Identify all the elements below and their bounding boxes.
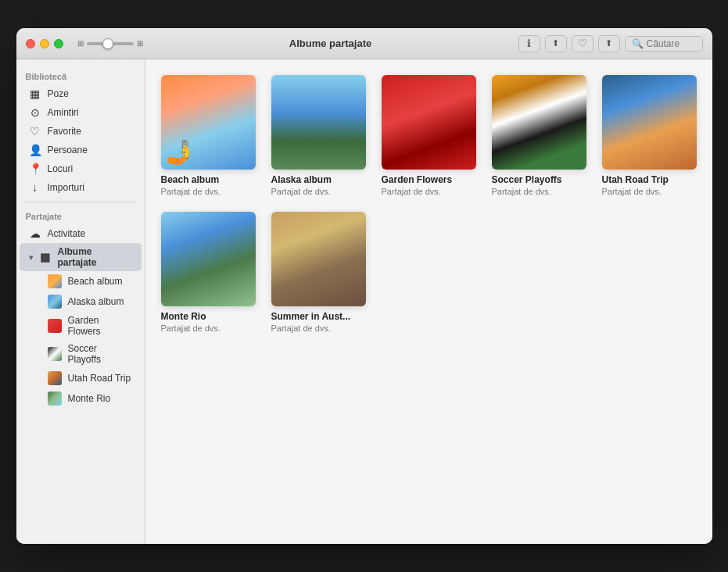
- sidebar-album-garden[interactable]: Garden Flowers: [20, 312, 142, 340]
- titlebar-actions: ℹ ⬆ ♡ ⬆ 🔍: [518, 35, 703, 52]
- main-content: Bibliotecă ▦ Poze ⊙ Amintiri ♡ Favorite …: [16, 59, 712, 544]
- sidebar-item-places[interactable]: 📍 Locuri: [20, 159, 142, 178]
- upload-button[interactable]: ⬆: [598, 35, 620, 52]
- sidebar-label-shared-albums: Albume partajate: [58, 246, 132, 268]
- monte-thumb: [48, 391, 62, 406]
- sidebar-label-utah: Utah Road Trip: [68, 373, 131, 384]
- slider-track[interactable]: [87, 42, 134, 45]
- expand-arrow-icon: ▾: [29, 253, 33, 262]
- sidebar: Bibliotecă ▦ Poze ⊙ Amintiri ♡ Favorite …: [16, 59, 145, 544]
- albums-grid-area: Beach album Partajat de dvs. Alaska albu…: [145, 59, 712, 544]
- garden-thumb: [48, 319, 62, 333]
- summer-album-sub: Partajat de dvs.: [271, 324, 331, 333]
- garden-album-name: Garden Flowers: [382, 174, 453, 185]
- garden-album-thumb: [382, 75, 476, 170]
- summer-album-thumb: [271, 212, 366, 306]
- sidebar-label-alaska: Alaska album: [68, 296, 124, 307]
- sidebar-item-activity[interactable]: ☁ Activitate: [20, 224, 142, 243]
- soccer-album-name: Soccer Playoffs: [492, 174, 562, 185]
- album-soccer[interactable]: Soccer Playoffs Partajat de dvs.: [492, 75, 586, 196]
- grid-large-icon: ⊞: [137, 39, 143, 48]
- sidebar-label-garden: Garden Flowers: [68, 315, 132, 337]
- summer-photo: [271, 212, 366, 306]
- main-window: ⊞ ⊞ Albume partajate ℹ ⬆ ♡ ⬆ 🔍: [16, 28, 712, 544]
- library-section-label: Bibliotecă: [16, 67, 145, 84]
- favorites-icon: ♡: [29, 125, 41, 138]
- share-icon: ⬆: [552, 38, 559, 48]
- titlebar: ⊞ ⊞ Albume partajate ℹ ⬆ ♡ ⬆ 🔍: [16, 28, 712, 59]
- garden-photo: [382, 75, 476, 170]
- search-input[interactable]: [647, 38, 701, 49]
- beach-thumb: [48, 274, 62, 288]
- sidebar-label-monte: Monte Rio: [68, 393, 111, 404]
- sidebar-item-photos[interactable]: ▦ Poze: [20, 84, 142, 103]
- summer-album-name: Summer in Aust...: [271, 311, 351, 322]
- sidebar-label-people: Persoane: [48, 145, 88, 156]
- sidebar-item-memories[interactable]: ⊙ Amintiri: [20, 103, 142, 122]
- album-monte[interactable]: Monte Rio Partajat de dvs.: [161, 212, 256, 333]
- sidebar-label-activity: Activitate: [48, 228, 86, 239]
- imports-icon: ↓: [29, 181, 41, 194]
- places-icon: 📍: [29, 163, 41, 175]
- photos-icon: ▦: [29, 88, 41, 100]
- sidebar-item-imports[interactable]: ↓ Importuri: [20, 178, 142, 197]
- sidebar-album-utah[interactable]: Utah Road Trip: [20, 368, 142, 388]
- sidebar-item-people[interactable]: 👤 Persoane: [20, 141, 142, 159]
- alaska-album-sub: Partajat de dvs.: [271, 187, 331, 196]
- monte-photo: [161, 212, 256, 306]
- window-title: Albume partajate: [143, 38, 518, 49]
- soccer-album-thumb: [492, 75, 586, 170]
- slider-thumb[interactable]: [102, 38, 113, 49]
- beach-album-name: Beach album: [161, 174, 220, 185]
- sidebar-label-soccer: Soccer Playoffs: [68, 343, 132, 365]
- soccer-thumb: [48, 347, 62, 361]
- albums-bottom-row: Monte Rio Partajat de dvs. Summer in Aus…: [161, 212, 697, 333]
- sidebar-label-photos: Poze: [48, 88, 69, 99]
- sidebar-album-beach[interactable]: Beach album: [20, 271, 142, 291]
- monte-album-thumb: [161, 212, 256, 306]
- alaska-album-name: Alaska album: [271, 174, 332, 185]
- upload-icon: ⬆: [605, 38, 612, 48]
- beach-album-thumb: [161, 75, 256, 170]
- soccer-photo: [492, 75, 586, 170]
- sidebar-item-favorites[interactable]: ♡ Favorite: [20, 122, 142, 141]
- sidebar-album-monte[interactable]: Monte Rio: [20, 388, 142, 409]
- garden-album-sub: Partajat de dvs.: [382, 187, 441, 196]
- utah-album-sub: Partajat de dvs.: [602, 187, 662, 196]
- alaska-album-thumb: [271, 75, 366, 170]
- search-icon: 🔍: [632, 38, 644, 49]
- albums-top-row: Beach album Partajat de dvs. Alaska albu…: [161, 75, 697, 196]
- like-button[interactable]: ♡: [572, 35, 594, 52]
- soccer-album-sub: Partajat de dvs.: [492, 187, 551, 196]
- album-utah[interactable]: Utah Road Trip Partajat de dvs.: [602, 75, 697, 196]
- album-alaska[interactable]: Alaska album Partajat de dvs.: [271, 75, 366, 196]
- sidebar-divider: [24, 202, 137, 202]
- sidebar-item-shared-albums[interactable]: ▾ ▦ Albume partajate: [20, 243, 142, 271]
- search-box[interactable]: 🔍: [625, 36, 703, 52]
- utah-photo: [602, 75, 697, 170]
- size-slider[interactable]: ⊞ ⊞: [77, 39, 143, 48]
- shared-albums-icon: ▦: [39, 251, 52, 263]
- album-beach[interactable]: Beach album Partajat de dvs.: [161, 75, 256, 196]
- shared-section-label: Partajate: [16, 207, 145, 224]
- minimize-button[interactable]: [40, 39, 49, 48]
- album-summer[interactable]: Summer in Aust... Partajat de dvs.: [271, 212, 366, 333]
- people-icon: 👤: [29, 144, 41, 156]
- sidebar-label-places: Locuri: [48, 163, 74, 174]
- activity-icon: ☁: [29, 227, 41, 240]
- monte-album-name: Monte Rio: [161, 311, 206, 322]
- beach-photo: [161, 75, 256, 170]
- sidebar-album-soccer[interactable]: Soccer Playoffs: [20, 340, 142, 368]
- utah-album-name: Utah Road Trip: [602, 174, 669, 185]
- info-button[interactable]: ℹ: [518, 35, 540, 52]
- maximize-button[interactable]: [54, 39, 63, 48]
- close-button[interactable]: [26, 39, 35, 48]
- info-icon: ℹ: [527, 38, 531, 49]
- grid-small-icon: ⊞: [77, 39, 84, 48]
- album-garden[interactable]: Garden Flowers Partajat de dvs.: [382, 75, 476, 196]
- sidebar-label-memories: Amintiri: [48, 107, 79, 118]
- sidebar-album-alaska[interactable]: Alaska album: [20, 291, 142, 312]
- utah-thumb: [48, 371, 62, 385]
- share-button[interactable]: ⬆: [545, 35, 567, 52]
- memories-icon: ⊙: [29, 106, 41, 119]
